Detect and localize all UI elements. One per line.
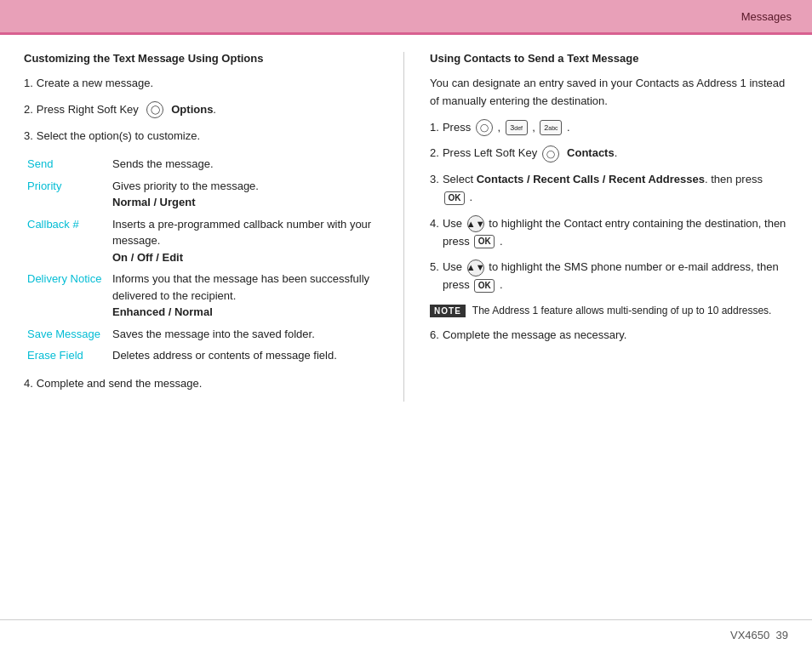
- right-step-3: 3. Select Contacts / Recent Calls / Rece…: [430, 171, 788, 207]
- right-step-2-text: Press Left Soft Key ◯ Contacts.: [443, 145, 617, 162]
- right-step-5: 5. Use ▲▼ to highlight the SMS phone num…: [430, 259, 788, 294]
- step-2-text: Press Right Soft Key ◯ Options.: [37, 101, 216, 119]
- left-section-title: Customizing the Text Message Using Optio…: [24, 52, 378, 65]
- right-intro: You can designate an entry saved in your…: [430, 75, 788, 111]
- right-step-6: 6. Complete the message as necessary.: [430, 327, 788, 345]
- option-save-message: Save Message Saves the message into the …: [24, 323, 378, 345]
- right-soft-key-icon: ◯: [146, 101, 163, 118]
- right-step-3-text: Select Contacts / Recent Calls / Recent …: [443, 171, 788, 207]
- step-1-num: 1.: [24, 75, 33, 93]
- step-2: 2. Press Right Soft Key ◯ Options.: [24, 101, 378, 119]
- right-step-5-text: Use ▲▼ to highlight the SMS phone number…: [443, 259, 788, 294]
- right-step-4-text: Use ▲▼ to highlight the Contact entry co…: [443, 215, 788, 251]
- right-step-4-num: 4.: [430, 215, 439, 251]
- right-step-2-num: 2.: [430, 145, 439, 162]
- option-priority: Priority Gives priority to the message.N…: [24, 175, 378, 214]
- option-priority-desc: Gives priority to the message.Normal / U…: [109, 175, 378, 214]
- option-save-name: Save Message: [24, 323, 109, 345]
- option-erase-desc: Deletes address or contents of message f…: [109, 345, 378, 367]
- option-save-desc: Saves the message into the saved folder.: [109, 323, 378, 345]
- right-step-6-text: Complete the message as necessary.: [443, 327, 627, 345]
- option-send-desc: Sends the message.: [109, 153, 378, 175]
- option-callback: Callback # Inserts a pre-programmed call…: [24, 214, 378, 269]
- option-erase-field: Erase Field Deletes address or contents …: [24, 345, 378, 367]
- footer-page: 39: [776, 629, 788, 641]
- step-1-text: Create a new message.: [37, 75, 153, 93]
- footer-model: VX4650: [730, 629, 769, 641]
- right-step-1-num: 1.: [430, 119, 439, 137]
- nav-icon-4: ▲▼: [467, 215, 484, 232]
- right-step-2: 2. Press Left Soft Key ◯ Contacts.: [430, 145, 788, 162]
- option-callback-name: Callback #: [24, 214, 109, 269]
- step-3-text: Select the option(s) to customize.: [37, 128, 200, 145]
- key-2abc-icon: 2abc: [540, 120, 562, 135]
- step-3: 3. Select the option(s) to customize.: [24, 128, 378, 145]
- option-priority-name: Priority: [24, 175, 109, 214]
- step-3-num: 3.: [24, 128, 33, 145]
- note-text: The Address 1 feature allows multi-sendi…: [472, 303, 772, 318]
- left-soft-key-icon: ◯: [542, 145, 559, 162]
- right-step-6-num: 6.: [430, 327, 439, 345]
- option-delivery-desc: Informs you that the message has been su…: [109, 268, 378, 323]
- note-label: NOTE: [430, 305, 466, 317]
- step-4-text: Complete and send the message.: [37, 375, 202, 393]
- header-title: Messages: [741, 10, 792, 23]
- right-section-title: Using Contacts to Send a Text Message: [430, 52, 788, 65]
- option-delivery-name: Delivery Notice: [24, 268, 109, 323]
- step-2-num: 2.: [24, 101, 33, 119]
- right-column: Using Contacts to Send a Text Message Yo…: [403, 52, 788, 402]
- option-callback-desc: Inserts a pre-programmed callback number…: [109, 214, 378, 269]
- options-table: Send Sends the message. Priority Gives p…: [24, 153, 378, 367]
- step-4: 4. Complete and send the message.: [24, 375, 378, 393]
- ok-icon-4: OK: [474, 235, 495, 248]
- right-step-5-num: 5.: [430, 259, 439, 294]
- right-step-1-text: Press ◯ , 3def , 2abc .: [443, 119, 570, 137]
- right-step-3-num: 3.: [430, 171, 439, 207]
- ok-icon-3: OK: [444, 191, 465, 205]
- note-block: NOTE The Address 1 feature allows multi-…: [430, 303, 788, 318]
- option-send: Send Sends the message.: [24, 153, 378, 175]
- ok-icon-5: OK: [474, 279, 495, 293]
- step-1: 1. Create a new message.: [24, 75, 378, 93]
- right-step-1: 1. Press ◯ , 3def , 2abc .: [430, 119, 788, 137]
- nav-icon-5: ▲▼: [467, 259, 484, 277]
- option-erase-name: Erase Field: [24, 345, 109, 367]
- press-icon-1: ◯: [476, 119, 493, 136]
- right-step-4: 4. Use ▲▼ to highlight the Contact entry…: [430, 215, 788, 251]
- header-bar: Messages: [0, 0, 812, 32]
- main-content: Customizing the Text Message Using Optio…: [0, 35, 812, 419]
- option-send-name: Send: [24, 153, 109, 175]
- footer: VX4650 39: [0, 619, 812, 650]
- key-3def-icon: 3def: [506, 120, 528, 135]
- left-column: Customizing the Text Message Using Optio…: [24, 52, 403, 402]
- step-4-num: 4.: [24, 375, 33, 393]
- option-delivery-notice: Delivery Notice Informs you that the mes…: [24, 268, 378, 323]
